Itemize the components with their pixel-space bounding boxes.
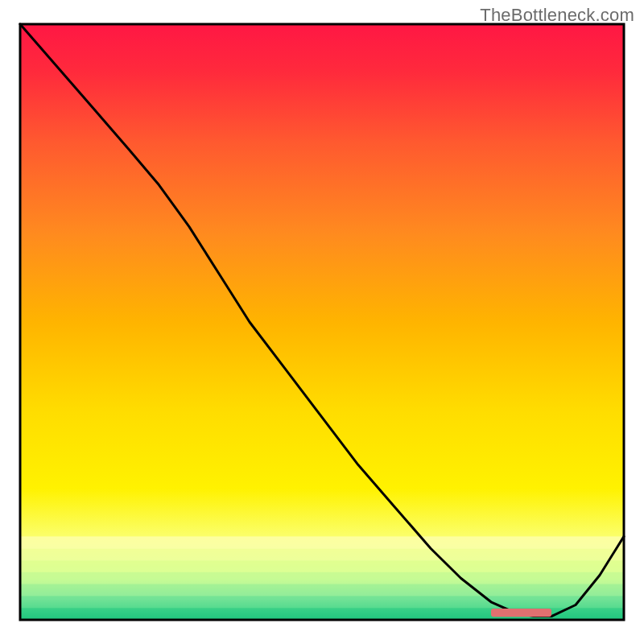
- bottom-gradient-bands: [20, 536, 624, 620]
- optimal-range-marker: [491, 609, 551, 617]
- chart-container: TheBottleneck.com: [0, 0, 644, 644]
- svg-rect-2: [20, 560, 624, 572]
- svg-rect-4: [20, 584, 624, 597]
- svg-rect-5: [20, 596, 624, 608]
- attribution-label: TheBottleneck.com: [480, 5, 634, 26]
- plot-background: [20, 24, 624, 620]
- svg-rect-1: [20, 548, 624, 560]
- svg-rect-3: [20, 572, 624, 584]
- svg-rect-0: [20, 536, 624, 548]
- chart-svg: [0, 0, 644, 644]
